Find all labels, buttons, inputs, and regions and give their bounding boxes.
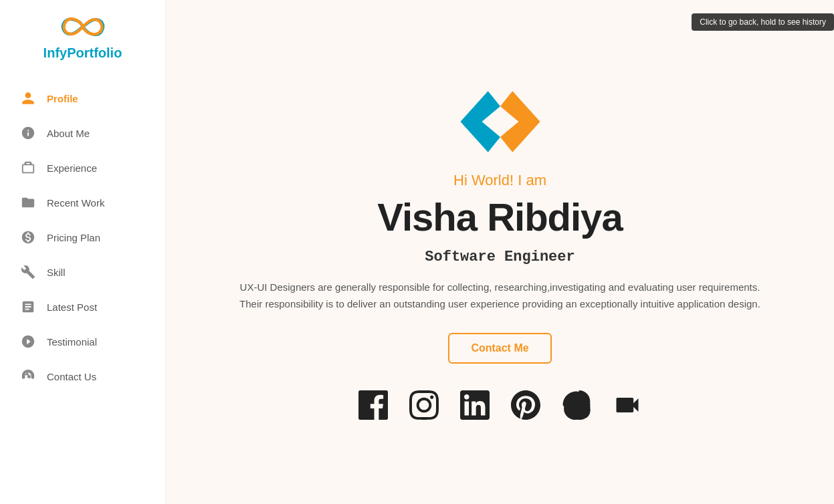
skype-icon[interactable] [562, 390, 591, 420]
facebook-icon[interactable] [358, 390, 388, 420]
sidebar-item-about-label: About Me [47, 128, 90, 139]
social-icons-row [358, 390, 642, 420]
svg-marker-1 [500, 91, 540, 152]
instagram-icon[interactable] [409, 390, 439, 420]
sidebar-item-testimonial-label: Testimonial [47, 336, 97, 348]
sidebar-item-latest-post-label: Latest Post [47, 301, 97, 313]
pinterest-icon[interactable] [511, 390, 540, 420]
sidebar-item-pricing-label: Pricing Plan [47, 232, 100, 243]
sidebar-item-contact-label: Contact Us [47, 371, 96, 382]
blog-icon [20, 299, 36, 315]
wrench-icon [20, 264, 36, 280]
hero-logo-icon [453, 85, 547, 158]
sidebar: InfyPortfolio Profile About Me Experienc… [0, 0, 166, 504]
pricing-icon [20, 229, 36, 245]
hero-name: Visha Ribdiya [377, 195, 622, 239]
hero-description: UX-UI Designers are generally responsibl… [239, 279, 761, 313]
sidebar-item-skill[interactable]: Skill [0, 255, 165, 289]
info-icon [20, 125, 36, 141]
sidebar-navigation: Profile About Me Experience Recent Work [0, 81, 165, 394]
sidebar-item-profile-label: Profile [47, 93, 78, 104]
star-icon [20, 334, 36, 350]
sidebar-item-recent-work-label: Recent Work [47, 197, 104, 209]
sidebar-item-experience-label: Experience [47, 162, 97, 174]
sidebar-logo-text: InfyPortfolio [43, 45, 122, 61]
back-tooltip: Click to go back, hold to see history [692, 13, 834, 31]
sidebar-item-about[interactable]: About Me [0, 116, 165, 150]
contact-me-button[interactable]: Contact Me [448, 333, 551, 364]
svg-marker-0 [460, 91, 500, 152]
headset-icon [20, 368, 36, 384]
folder-icon [20, 195, 36, 211]
hero-title: Software Engineer [425, 249, 575, 265]
sidebar-item-testimonial[interactable]: Testimonial [0, 324, 165, 359]
linkedin-icon[interactable] [460, 390, 490, 420]
sidebar-item-experience[interactable]: Experience [0, 150, 165, 185]
sidebar-item-profile[interactable]: Profile [0, 81, 165, 116]
infyportfolio-logo-icon [60, 13, 106, 40]
main-content: Click to go back, hold to see history Hi… [166, 0, 834, 504]
sidebar-item-recent-work[interactable]: Recent Work [0, 185, 165, 220]
hero-greeting: Hi World! I am [453, 172, 546, 189]
person-icon [20, 90, 36, 106]
briefcase-icon [20, 160, 36, 176]
sidebar-item-contact[interactable]: Contact Us [0, 359, 165, 394]
sidebar-item-skill-label: Skill [47, 267, 66, 278]
sidebar-item-pricing[interactable]: Pricing Plan [0, 220, 165, 255]
sidebar-item-latest-post[interactable]: Latest Post [0, 289, 165, 324]
sidebar-logo-area: InfyPortfolio [0, 0, 165, 81]
video-icon[interactable] [613, 390, 642, 420]
